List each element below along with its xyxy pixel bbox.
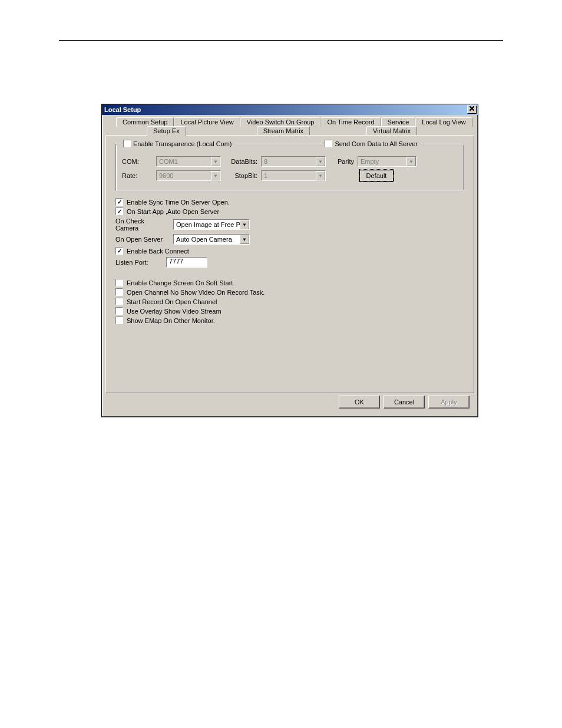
- dialog-buttons: OK Cancel Apply: [339, 396, 470, 409]
- label-auto-open-server: On Start App ,Auto Open Server: [127, 208, 219, 215]
- label-sync-time: Enable Sync Time On Server Open.: [127, 199, 230, 206]
- combo-rate[interactable]: 9600 ▼: [156, 170, 221, 181]
- chevron-down-icon: ▼: [316, 171, 325, 180]
- label-stopbit: StopBit:: [224, 172, 257, 179]
- combo-parity[interactable]: Empty ▼: [358, 156, 416, 167]
- combo-databits[interactable]: 8 ▼: [261, 156, 326, 167]
- label-enable-change-screen: Enable Change Screen On Soft Start: [127, 279, 233, 286]
- label-enable-transparence: Enable Transparence (Local Com): [133, 140, 232, 147]
- tab-service[interactable]: Service: [381, 117, 416, 127]
- tab-panel-setup-ex: Enable Transparence (Local Com) Send Com…: [105, 135, 474, 393]
- label-parity: Parity: [329, 158, 354, 165]
- checkbox-show-emap[interactable]: [115, 317, 123, 324]
- tab-local-log-view[interactable]: Local Log View: [415, 117, 472, 127]
- combo-stopbit-value: 1: [262, 172, 316, 179]
- close-button[interactable]: [467, 106, 477, 114]
- label-show-emap: Show EMap On Other Monitor.: [127, 317, 215, 324]
- checkbox-use-overlay[interactable]: [115, 307, 123, 315]
- chevron-down-icon: ▼: [240, 220, 249, 229]
- tab-strip: Common Setup Local Picture View Video Sw…: [105, 117, 474, 137]
- combo-on-check-camera-value: Open Image at Free Pos: [174, 221, 240, 228]
- checkbox-enable-back-connect[interactable]: [115, 247, 123, 255]
- label-rate: Rate:: [122, 172, 153, 179]
- checkbox-auto-open-server[interactable]: [115, 207, 123, 215]
- chevron-down-icon: ▼: [211, 171, 220, 180]
- combo-com[interactable]: COM1 ▼: [156, 156, 221, 167]
- chevron-down-icon: ▼: [406, 157, 416, 166]
- local-setup-dialog: Local Setup Common Setup Local Picture V…: [101, 104, 478, 417]
- tab-on-time-record[interactable]: On Time Record: [320, 117, 381, 127]
- tab-local-picture-view[interactable]: Local Picture View: [174, 117, 240, 127]
- checkbox-send-com-data[interactable]: [325, 140, 332, 147]
- legend-enable-transparence: Enable Transparence (Local Com): [121, 140, 234, 147]
- combo-parity-value: Empty: [358, 158, 406, 165]
- combo-rate-value: 9600: [157, 172, 211, 179]
- label-send-com-data: Send Com Data to All Server: [335, 140, 418, 147]
- label-com: COM:: [122, 158, 153, 165]
- checkbox-start-record[interactable]: [115, 298, 123, 305]
- input-listen-port[interactable]: 7777: [166, 257, 207, 268]
- titlebar: Local Setup: [102, 104, 478, 115]
- label-enable-back-connect: Enable Back Connect: [127, 248, 189, 255]
- ok-button[interactable]: OK: [339, 396, 380, 409]
- combo-com-value: COM1: [157, 158, 211, 165]
- checkbox-enable-transparence[interactable]: [123, 140, 131, 147]
- chevron-down-icon: ▼: [211, 157, 220, 166]
- com-groupbox: Enable Transparence (Local Com) Send Com…: [115, 144, 464, 191]
- combo-databits-value: 8: [262, 158, 316, 165]
- combo-on-open-server[interactable]: Auto Open Camera ▼: [173, 234, 250, 245]
- chevron-down-icon: ▼: [316, 157, 325, 166]
- page-rule: [59, 40, 503, 41]
- combo-stopbit[interactable]: 1 ▼: [261, 170, 326, 181]
- cancel-button[interactable]: Cancel: [384, 396, 425, 409]
- label-databits: DataBits:: [224, 158, 257, 165]
- dialog-title: Local Setup: [104, 106, 467, 113]
- checkbox-enable-change-screen[interactable]: [115, 279, 123, 286]
- label-open-channel-noshow: Open Channel No Show Video On Record Tas…: [127, 289, 265, 296]
- label-use-overlay: Use Overlay Show Video Stream: [127, 308, 222, 315]
- label-listen-port: Listen Port:: [115, 259, 161, 266]
- checkbox-sync-time[interactable]: [115, 198, 123, 206]
- tab-common-setup[interactable]: Common Setup: [116, 117, 174, 127]
- label-on-open-server: On Open Server: [115, 236, 168, 243]
- tab-video-switch-on-group[interactable]: Video Switch On Group: [240, 117, 321, 127]
- dialog-body: Common Setup Local Picture View Video Sw…: [105, 117, 474, 413]
- tab-setup-ex[interactable]: Setup Ex: [147, 126, 186, 136]
- combo-on-open-server-value: Auto Open Camera: [174, 236, 240, 243]
- label-start-record: Start Record On Open Channel: [127, 298, 217, 305]
- combo-on-check-camera[interactable]: Open Image at Free Pos ▼: [173, 219, 250, 230]
- legend-send-com-data: Send Com Data to All Server: [322, 140, 420, 147]
- label-on-check-camera: On Check Camera: [115, 218, 168, 232]
- apply-button[interactable]: Apply: [428, 396, 470, 409]
- checkbox-open-channel-noshow[interactable]: [115, 288, 123, 296]
- chevron-down-icon: ▼: [240, 235, 249, 244]
- default-button[interactable]: Default: [359, 169, 394, 182]
